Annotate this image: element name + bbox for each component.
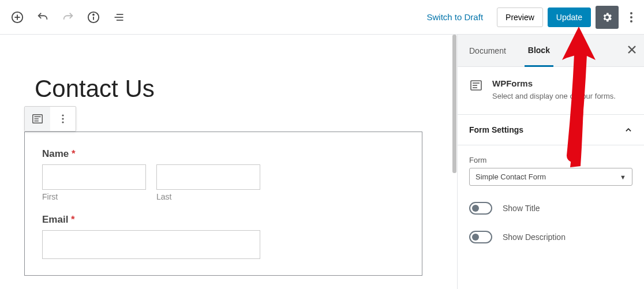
chevron-up-icon (624, 126, 632, 134)
email-label: Email * (42, 214, 405, 226)
show-title-label: Show Title (503, 204, 540, 213)
add-block-button[interactable] (5, 5, 30, 30)
svg-point-5 (93, 14, 94, 15)
svg-point-10 (630, 16, 632, 18)
form-select[interactable]: Simple Contact Form ▼ (469, 168, 632, 186)
last-name-input[interactable] (156, 164, 260, 190)
topbar-left (5, 5, 132, 30)
show-title-row: Show Title (458, 193, 644, 215)
svg-point-18 (62, 121, 63, 123)
form-preview: Name * First Last Email * (24, 132, 422, 276)
show-description-label: Show Description (503, 232, 566, 242)
content-scrollbar[interactable] (452, 35, 457, 288)
first-name-input[interactable] (42, 164, 146, 190)
form-settings-toggle[interactable]: Form Settings (469, 125, 632, 134)
name-label: Name * (42, 148, 405, 160)
show-title-toggle[interactable] (469, 202, 492, 215)
first-sublabel: First (42, 192, 146, 201)
dropdown-caret-icon: ▼ (620, 174, 626, 181)
tab-block[interactable]: Block (525, 35, 553, 67)
block-toolbar (24, 106, 76, 132)
svg-point-9 (630, 12, 632, 14)
undo-button[interactable] (30, 5, 55, 30)
block-more-button[interactable] (50, 107, 76, 131)
show-description-row: Show Description (458, 222, 644, 243)
block-title: WPForms (492, 78, 616, 88)
redo-button[interactable] (55, 5, 81, 30)
block-wrapper: Name * First Last Email * (24, 106, 422, 276)
wpforms-icon (469, 78, 483, 92)
sidebar-tabs: Document Block (458, 35, 644, 67)
block-subtitle: Select and display one of your forms. (492, 92, 616, 100)
form-settings-panel: Form Settings (458, 115, 644, 145)
switch-to-draft-link[interactable]: Switch to Draft (427, 12, 484, 22)
editor-topbar: Switch to Draft Preview Update (0, 0, 644, 35)
name-row: First Last (42, 164, 405, 201)
show-description-toggle[interactable] (469, 231, 492, 243)
svg-point-11 (630, 20, 632, 22)
topbar-right: Switch to Draft Preview Update (427, 6, 639, 29)
last-sublabel: Last (156, 192, 260, 201)
outline-button[interactable] (106, 5, 132, 30)
form-select-label: Form (469, 156, 632, 164)
more-options-button[interactable] (623, 6, 639, 29)
close-icon (628, 46, 636, 54)
tab-document[interactable]: Document (466, 36, 510, 66)
block-description: WPForms Select and display one of your f… (458, 67, 644, 115)
info-button[interactable] (81, 5, 106, 30)
svg-point-17 (62, 118, 63, 119)
form-select-section: Form Simple Contact Form ▼ (458, 145, 644, 186)
settings-button[interactable] (596, 6, 619, 29)
block-type-icon[interactable] (25, 107, 50, 131)
email-input[interactable] (42, 230, 260, 259)
close-panel-button[interactable] (628, 44, 636, 57)
preview-button[interactable]: Preview (497, 7, 543, 27)
gear-icon (601, 12, 613, 23)
editor-content: Contact Us Name * First (0, 35, 457, 289)
main-area: Contact Us Name * First (0, 35, 644, 289)
page-title[interactable]: Contact Us (35, 75, 422, 103)
svg-point-16 (62, 114, 63, 116)
update-button[interactable]: Update (548, 7, 591, 27)
form-icon (31, 112, 44, 125)
settings-sidebar: Document Block WPForms Select and displa… (457, 35, 644, 289)
